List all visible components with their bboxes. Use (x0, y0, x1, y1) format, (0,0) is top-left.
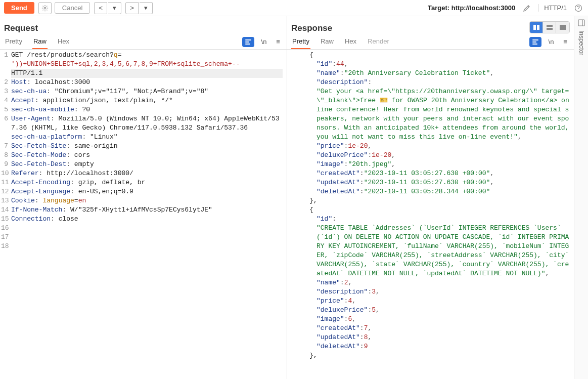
svg-rect-11 (532, 41, 536, 43)
rows-icon (546, 24, 553, 30)
response-tab-row: Pretty Raw Hex Render \n ≡ (287, 34, 574, 50)
svg-rect-4 (245, 44, 250, 45)
hamburger-button[interactable]: ≡ (274, 38, 283, 46)
svg-rect-12 (532, 44, 537, 45)
tab-hex[interactable]: Hex (57, 34, 70, 49)
tab-resp-pretty[interactable]: Pretty (291, 34, 310, 49)
history-forward-dropdown[interactable]: ▾ (140, 2, 153, 14)
http-version-label[interactable]: HTTP/1 (538, 4, 567, 12)
svg-rect-10 (532, 39, 538, 40)
actions-button[interactable] (242, 37, 254, 47)
actions-icon (532, 39, 539, 45)
history-back-group: < ▾ (93, 2, 121, 14)
right-rail: Inspector (574, 16, 588, 379)
history-back-button[interactable]: < (94, 2, 107, 14)
target-value: http://localhost:3000 (451, 4, 515, 12)
tab-resp-render: Render (367, 34, 390, 49)
resp-actions-button[interactable] (529, 37, 541, 47)
request-title: Request (4, 20, 38, 34)
actions-icon (245, 39, 252, 45)
response-editor[interactable]: {"id":44,"name":"20th Anniversary Celebr… (287, 50, 574, 379)
top-toolbar: Send Cancel < ▾ > ▾ Target: http://local… (0, 0, 588, 16)
layout-combined-button[interactable] (556, 22, 569, 33)
layout-toggle (529, 21, 570, 33)
request-pane: Request Pretty Raw Hex \n ≡ 123456789101… (0, 16, 287, 379)
svg-rect-13 (578, 20, 584, 26)
resp-hamburger-button[interactable]: ≡ (561, 38, 570, 46)
help-button[interactable] (573, 3, 584, 14)
help-icon (574, 4, 582, 12)
history-forward-group: > ▾ (124, 2, 153, 14)
inspector-collapse-button[interactable] (578, 19, 585, 26)
tab-raw[interactable]: Raw (32, 34, 48, 49)
svg-rect-5 (533, 25, 536, 30)
main-area: Request Pretty Raw Hex \n ≡ 123456789101… (0, 16, 588, 379)
cancel-button[interactable]: Cancel (55, 2, 90, 14)
request-tab-row: Pretty Raw Hex \n ≡ (0, 34, 287, 50)
history-forward-button[interactable]: > (125, 2, 139, 14)
svg-rect-8 (547, 28, 553, 30)
gear-icon (41, 5, 49, 12)
response-title: Response (291, 20, 332, 34)
history-back-dropdown[interactable]: ▾ (108, 2, 121, 14)
combined-icon (559, 24, 566, 30)
show-newlines-button[interactable]: \n (259, 38, 268, 46)
edit-target-button[interactable] (521, 3, 532, 14)
inspector-label[interactable]: Inspector (578, 30, 585, 55)
tab-pretty[interactable]: Pretty (4, 34, 23, 49)
pencil-icon (523, 4, 531, 12)
svg-rect-7 (547, 25, 553, 27)
svg-rect-6 (537, 25, 539, 30)
columns-icon (533, 24, 540, 30)
svg-rect-3 (245, 41, 249, 43)
tab-resp-raw[interactable]: Raw (320, 34, 335, 49)
layout-rows-button[interactable] (543, 22, 556, 33)
settings-dropdown-button[interactable] (38, 2, 52, 14)
panel-icon (578, 19, 585, 26)
svg-rect-9 (560, 25, 566, 30)
target-label: Target: http://localhost:3000 (428, 4, 515, 12)
resp-show-newlines-button[interactable]: \n (547, 38, 556, 46)
layout-columns-button[interactable] (530, 22, 543, 33)
tab-resp-hex[interactable]: Hex (344, 34, 357, 49)
response-pane: Response Pretty Raw Hex Render (287, 16, 574, 379)
send-button[interactable]: Send (4, 2, 34, 14)
svg-point-0 (44, 7, 46, 9)
request-editor[interactable]: 123456789101112131415161718 GET /rest/pr… (0, 50, 287, 379)
svg-rect-2 (245, 39, 251, 40)
